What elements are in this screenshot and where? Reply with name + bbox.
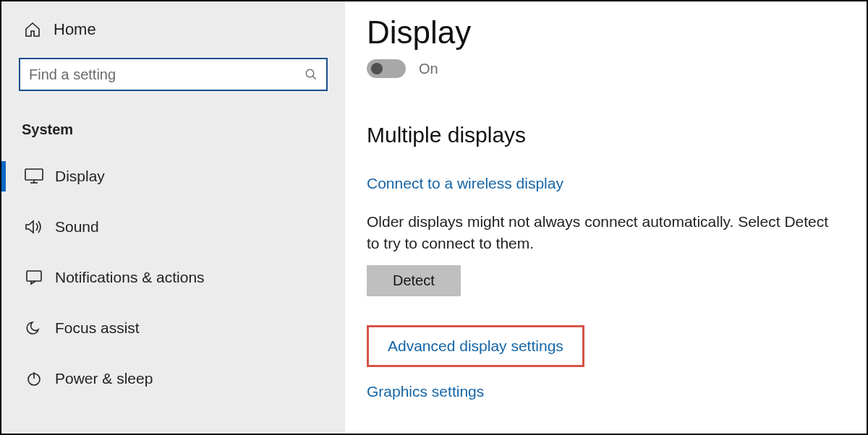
toggle-row: On	[367, 59, 846, 78]
sidebar-item-focus-assist[interactable]: Focus assist	[1, 303, 345, 353]
main-content: Display On Multiple displays Connect to …	[345, 1, 867, 434]
advanced-display-settings-link[interactable]: Advanced display settings	[388, 337, 563, 355]
search-box[interactable]	[19, 58, 328, 91]
focus-assist-icon	[23, 319, 45, 337]
sidebar-item-label: Sound	[55, 218, 99, 236]
svg-rect-2	[25, 169, 43, 180]
sidebar-item-label: Focus assist	[55, 319, 140, 337]
search-icon	[305, 68, 318, 81]
wireless-link-row: Connect to a wireless display	[367, 175, 846, 192]
nav-list: Display Sound Notifications & actions	[1, 151, 345, 404]
svg-point-0	[306, 69, 314, 77]
older-displays-text: Older displays might not always connect …	[367, 211, 844, 255]
toggle-knob	[371, 63, 383, 74]
search-input[interactable]	[29, 66, 305, 83]
display-toggle[interactable]	[367, 59, 406, 78]
sidebar-item-label: Notifications & actions	[55, 269, 205, 286]
detect-row: Detect	[367, 265, 846, 296]
home-label: Home	[54, 20, 96, 39]
power-icon	[23, 370, 45, 387]
sidebar-item-power-sleep[interactable]: Power & sleep	[1, 353, 345, 404]
sidebar-item-display[interactable]: Display	[1, 151, 345, 202]
toggle-label: On	[419, 61, 438, 77]
connect-wireless-link[interactable]: Connect to a wireless display	[367, 175, 563, 192]
graphics-link-row: Graphics settings	[367, 383, 846, 400]
settings-window: Home System Display	[0, 0, 868, 435]
home-icon	[22, 21, 43, 38]
home-nav[interactable]: Home	[1, 14, 345, 48]
svg-line-1	[312, 76, 316, 79]
sidebar-item-label: Power & sleep	[55, 370, 153, 387]
notifications-icon	[23, 270, 45, 285]
detect-button[interactable]: Detect	[367, 265, 461, 296]
display-icon	[23, 168, 45, 184]
search-container	[19, 58, 328, 91]
sidebar-item-notifications[interactable]: Notifications & actions	[1, 252, 345, 303]
sidebar-item-label: Display	[55, 168, 105, 185]
page-title: Display	[367, 14, 846, 51]
sidebar-item-sound[interactable]: Sound	[1, 202, 345, 252]
graphics-settings-link[interactable]: Graphics settings	[367, 383, 484, 400]
sound-icon	[23, 219, 45, 235]
advanced-link-highlight: Advanced display settings	[367, 325, 584, 367]
category-label: System	[22, 121, 345, 138]
section-heading: Multiple displays	[367, 123, 846, 147]
sidebar: Home System Display	[1, 1, 345, 434]
svg-rect-5	[27, 271, 41, 281]
